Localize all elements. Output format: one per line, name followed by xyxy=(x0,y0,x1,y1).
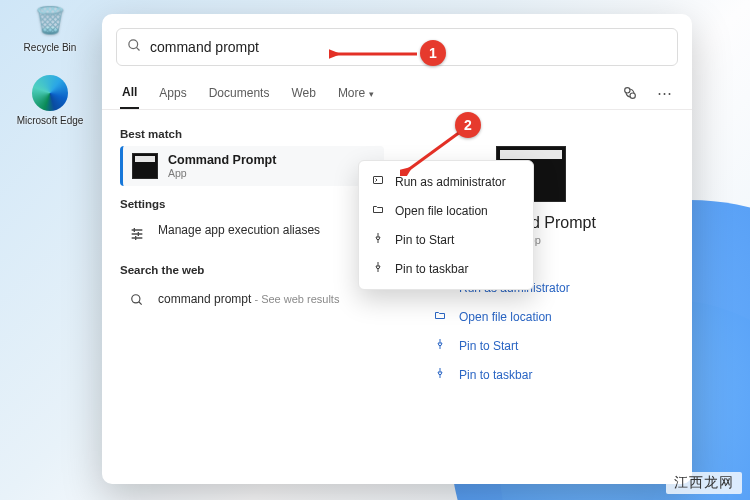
best-match-subtitle: App xyxy=(168,167,276,179)
search-tabs: All Apps Documents Web More ▾ ⋯ xyxy=(102,76,692,110)
detail-actions: Run as administrator Open file location … xyxy=(431,274,631,388)
settings-result-manage-aliases[interactable]: Manage app execution aliases xyxy=(120,216,384,252)
settings-list-icon xyxy=(126,223,148,245)
pin-icon xyxy=(371,232,385,247)
ctx-open-file-location[interactable]: Open file location xyxy=(359,196,533,225)
edge-icon xyxy=(30,73,70,113)
edge-label: Microsoft Edge xyxy=(17,115,84,126)
svg-rect-13 xyxy=(374,177,383,184)
svg-point-3 xyxy=(630,93,635,98)
best-match-title: Command Prompt xyxy=(168,153,276,167)
folder-icon xyxy=(433,309,447,324)
context-menu: Run as administrator Open file location … xyxy=(358,160,534,290)
svg-point-0 xyxy=(129,40,138,49)
ctx-pin-to-start[interactable]: Pin to Start xyxy=(359,225,533,254)
annotation-badge-2: 2 xyxy=(455,112,481,138)
tab-documents[interactable]: Documents xyxy=(207,78,272,108)
tab-more[interactable]: More ▾ xyxy=(336,78,376,108)
annotation-badge-1: 1 xyxy=(420,40,446,66)
best-match-command-prompt[interactable]: Command Prompt App xyxy=(120,146,384,186)
best-match-label: Best match xyxy=(120,128,384,140)
svg-line-17 xyxy=(408,132,460,170)
tab-all[interactable]: All xyxy=(120,77,139,109)
chevron-down-icon: ▾ xyxy=(369,89,374,99)
web-result-title: command prompt xyxy=(158,292,251,306)
svg-point-2 xyxy=(625,88,630,93)
svg-line-1 xyxy=(136,47,139,50)
pin-icon xyxy=(433,338,447,353)
web-result-command-prompt[interactable]: command prompt - See web results xyxy=(120,282,384,318)
settings-result-text: Manage app execution aliases xyxy=(158,223,320,237)
recycle-bin-label: Recycle Bin xyxy=(24,42,77,53)
action-open-file-location[interactable]: Open file location xyxy=(431,303,631,330)
action-pin-to-start[interactable]: Pin to Start xyxy=(431,332,631,359)
settings-label: Settings xyxy=(120,198,384,210)
folder-icon xyxy=(371,203,385,218)
annotation-arrow-1 xyxy=(329,46,421,62)
svg-line-11 xyxy=(139,302,142,305)
ctx-pin-to-taskbar[interactable]: Pin to taskbar xyxy=(359,254,533,283)
more-options-icon[interactable]: ⋯ xyxy=(652,81,676,105)
recycle-bin[interactable]: 🗑️ Recycle Bin xyxy=(14,0,86,53)
search-web-label: Search the web xyxy=(120,264,384,276)
admin-shield-icon xyxy=(371,174,385,189)
account-sync-icon[interactable] xyxy=(618,81,642,105)
web-result-subtitle: - See web results xyxy=(251,293,339,305)
results-left-column: Best match Command Prompt App Settings M… xyxy=(102,110,384,484)
command-prompt-icon xyxy=(132,153,158,179)
watermark: 江西龙网 xyxy=(666,472,742,494)
microsoft-edge[interactable]: Microsoft Edge xyxy=(14,73,86,126)
pin-icon xyxy=(433,367,447,382)
action-pin-to-taskbar[interactable]: Pin to taskbar xyxy=(431,361,631,388)
search-icon xyxy=(126,289,148,311)
pin-icon xyxy=(371,261,385,276)
search-icon xyxy=(127,38,142,56)
svg-point-10 xyxy=(132,295,140,303)
tab-apps[interactable]: Apps xyxy=(157,78,188,108)
tab-web[interactable]: Web xyxy=(289,78,317,108)
recycle-bin-icon: 🗑️ xyxy=(30,0,70,40)
desktop-icons: 🗑️ Recycle Bin Microsoft Edge xyxy=(14,0,86,126)
